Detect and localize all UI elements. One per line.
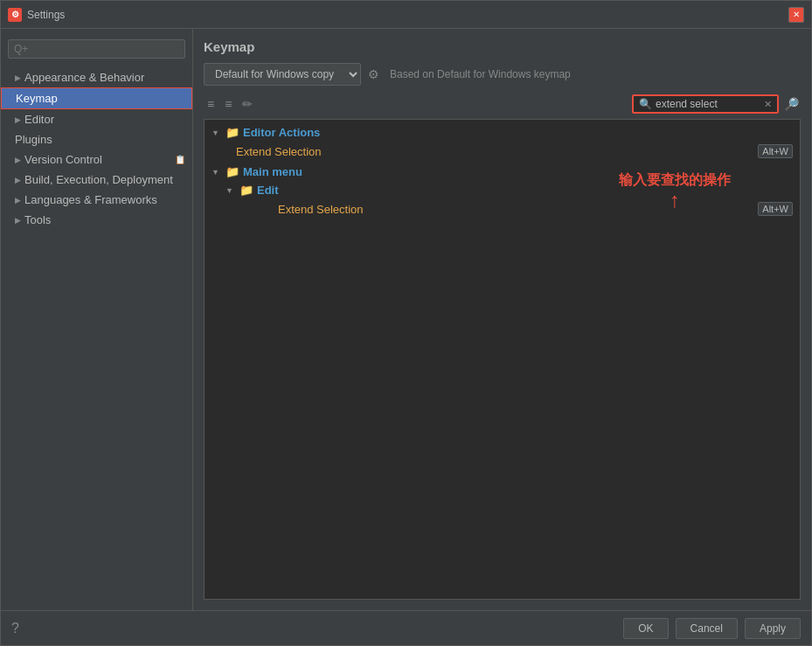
sidebar-item-label: Version Control: [24, 153, 102, 166]
sidebar-search-area: [1, 36, 192, 62]
title-bar: ⚙ Settings ✕: [1, 1, 811, 29]
chevron-icon: ▶: [15, 176, 21, 184]
folder-icon: 📁: [226, 126, 239, 139]
apply-button[interactable]: Apply: [745, 618, 801, 639]
bottom-bar: ? OK Cancel Apply: [1, 610, 811, 645]
search-box: 🔍 ✕: [632, 94, 779, 114]
search-clear-button[interactable]: ✕: [764, 99, 772, 110]
keymap-tree: ▼ 📁 Editor Actions Extend Selection Alt+…: [204, 119, 801, 600]
tree-item-shortcut: Alt+W: [758, 202, 793, 216]
sidebar-item-label: Keymap: [16, 92, 58, 105]
toolbar-right: 🔍 ✕ 🔎: [632, 94, 801, 114]
folder-icon: 📁: [239, 184, 253, 197]
toolbar-left: ≡ ≡ ✏: [204, 95, 256, 113]
tree-group-name: Main menu: [243, 165, 302, 178]
sidebar: ▶ Appearance & Behavior Keymap ▶ Editor …: [1, 29, 193, 610]
vcs-badge: 📋: [175, 155, 185, 164]
edit-button[interactable]: ✏: [239, 95, 256, 113]
collapse-all-button[interactable]: ≡: [221, 95, 235, 113]
tree-chevron-icon: ▼: [212, 168, 222, 177]
sidebar-item-label: Build, Execution, Deployment: [24, 173, 173, 186]
chevron-icon: ▶: [15, 156, 21, 164]
expand-all-button[interactable]: ≡: [204, 95, 218, 113]
tree-subgroup-edit: ▼ 📁 Edit Extend Selection Alt+W: [205, 181, 800, 219]
window-icon: ⚙: [8, 8, 22, 22]
dialog-buttons: OK Cancel Apply: [623, 618, 801, 639]
sidebar-search-input[interactable]: [8, 39, 185, 59]
cancel-button[interactable]: Cancel: [676, 618, 738, 639]
sidebar-item-label: Plugins: [15, 133, 52, 146]
sidebar-item-label: Editor: [24, 113, 54, 126]
search-input[interactable]: [656, 98, 760, 110]
sidebar-item-label: Languages & Frameworks: [24, 193, 157, 206]
tree-group-header-edit[interactable]: ▼ 📁 Edit: [219, 181, 800, 199]
sidebar-item-tools[interactable]: ▶ Tools: [1, 210, 192, 230]
sidebar-item-languages[interactable]: ▶ Languages & Frameworks: [1, 190, 192, 210]
sidebar-item-vcs[interactable]: ▶ Version Control 📋: [1, 149, 192, 170]
tree-group-header-editor-actions[interactable]: ▼ 📁 Editor Actions: [205, 123, 800, 142]
tree-group-name: Editor Actions: [243, 126, 320, 139]
tree-group-name: Edit: [257, 184, 279, 197]
sidebar-item-keymap[interactable]: Keymap: [1, 87, 192, 109]
main-panel: Keymap Default for Windows copy ⚙ Based …: [193, 29, 811, 610]
tree-chevron-icon: ▼: [226, 186, 236, 195]
main-content: ▶ Appearance & Behavior Keymap ▶ Editor …: [1, 29, 811, 610]
tree-item-extend-selection-menu[interactable]: Extend Selection Alt+W: [219, 199, 800, 219]
search-icon: 🔍: [639, 98, 652, 110]
tree-group-editor-actions: ▼ 📁 Editor Actions Extend Selection Alt+…: [205, 123, 800, 161]
ok-button[interactable]: OK: [623, 618, 668, 639]
folder-icon: 📁: [226, 165, 239, 178]
find-icon[interactable]: 🔎: [782, 95, 801, 113]
tree-item-shortcut: Alt+W: [758, 144, 793, 158]
sidebar-item-editor[interactable]: ▶ Editor: [1, 109, 192, 129]
tree-chevron-icon: ▼: [212, 129, 222, 137]
chevron-icon: ▶: [15, 196, 21, 205]
tree-item-extend-selection-editor[interactable]: Extend Selection Alt+W: [205, 142, 800, 161]
keymap-selector[interactable]: Default for Windows copy: [204, 63, 361, 86]
sidebar-item-appearance[interactable]: ▶ Appearance & Behavior: [1, 67, 192, 87]
window-controls: ✕: [788, 7, 804, 23]
page-title: Keymap: [204, 39, 801, 54]
chevron-icon: ▶: [15, 73, 21, 82]
gear-icon[interactable]: ⚙: [368, 67, 379, 81]
sidebar-item-plugins[interactable]: Plugins: [1, 129, 192, 149]
settings-window: ⚙ Settings ✕ ▶ Appearance & Behavior Key…: [0, 0, 812, 646]
tree-group-header-main-menu[interactable]: ▼ 📁 Main menu: [205, 163, 800, 181]
help-button[interactable]: ?: [11, 621, 19, 636]
keymap-based-text: Based on Default for Windows keymap: [390, 68, 571, 80]
chevron-icon: ▶: [15, 115, 21, 124]
tree-item-name: Extend Selection: [236, 145, 754, 158]
sidebar-item-build[interactable]: ▶ Build, Execution, Deployment: [1, 170, 192, 190]
tree-group-main-menu: ▼ 📁 Main menu ▼ 📁 Edit Extend Selec: [205, 163, 800, 219]
sidebar-item-label: Appearance & Behavior: [24, 71, 144, 84]
tree-item-name: Extend Selection: [278, 203, 754, 216]
toolbar: ≡ ≡ ✏ 🔍 ✕ 🔎: [204, 94, 801, 114]
chevron-icon: ▶: [15, 216, 21, 225]
sidebar-item-label: Tools: [24, 213, 51, 226]
keymap-header: Default for Windows copy ⚙ Based on Defa…: [204, 63, 801, 86]
close-button[interactable]: ✕: [788, 7, 804, 23]
window-title: Settings: [27, 9, 788, 21]
